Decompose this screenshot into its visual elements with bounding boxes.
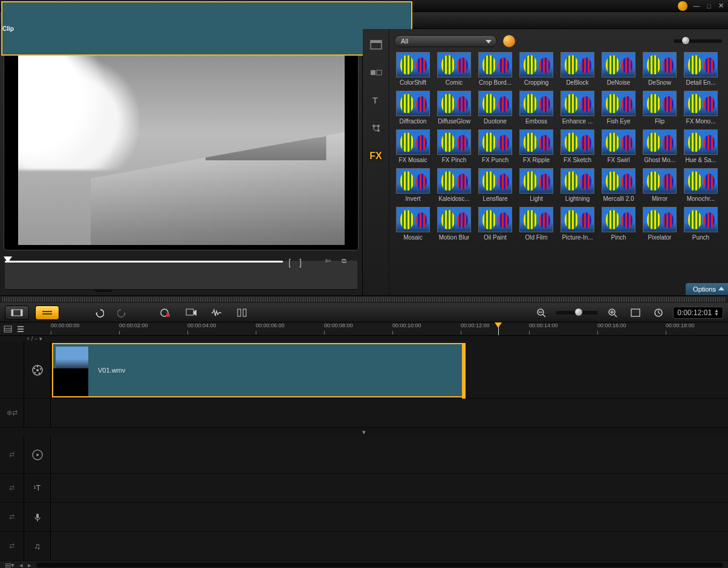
effect-thumb[interactable]: DiffuseGlow <box>435 91 473 125</box>
link-icon[interactable]: ⊕⇄ <box>0 399 24 427</box>
voice-track-body[interactable] <box>51 503 728 531</box>
track-height-toggle[interactable]: + / − ▾ <box>0 336 728 342</box>
effect-thumb[interactable]: Flip <box>641 91 678 125</box>
library-filter-dropdown[interactable]: All <box>394 35 497 47</box>
minimize-button[interactable]: — <box>691 2 701 10</box>
music-track-icon[interactable]: ♫ <box>24 532 51 560</box>
effect-thumb[interactable]: FX Ripple <box>518 129 555 163</box>
close-button[interactable]: ✕ <box>717 2 726 10</box>
effect-thumb[interactable]: Oil Paint <box>476 207 514 241</box>
graphic-tab-icon[interactable] <box>369 121 383 135</box>
timeline-ruler[interactable]: 00:00:00:0000:00:02:0000:00:04:0000:00:0… <box>51 322 728 335</box>
redo-button[interactable] <box>114 306 132 319</box>
fx-tab-icon[interactable]: FX <box>369 149 383 163</box>
effect-thumb[interactable]: FX Pinch <box>435 129 473 163</box>
effect-thumb[interactable]: Enhance ... <box>559 91 596 125</box>
clip-trim-handle[interactable] <box>462 343 466 400</box>
title-tab-icon[interactable]: T <box>369 93 383 108</box>
effect-thumb[interactable]: Hue & Sa... <box>682 129 720 163</box>
effect-thumb[interactable]: Mercalli 2.0 <box>600 168 637 202</box>
chapter-button[interactable] <box>232 307 252 319</box>
storyboard-view-button[interactable] <box>5 305 29 320</box>
scroll-menu-icon[interactable]: ▤▾ <box>5 561 15 569</box>
effect-thumb[interactable]: Motion Blur <box>435 207 473 241</box>
transition-tab-icon[interactable] <box>369 65 383 80</box>
audio-mixer-button[interactable] <box>207 307 226 319</box>
effect-thumb[interactable]: Duotone <box>476 91 514 125</box>
slider-knob-icon[interactable] <box>682 37 689 44</box>
tracklist-toggle-icon[interactable] <box>4 325 12 333</box>
effect-thumb[interactable]: FX Mono... <box>682 91 720 125</box>
effect-thumb[interactable]: ColorShift <box>394 52 432 86</box>
project-duration[interactable]: 0:00:12:01 ▲▼ <box>673 307 723 319</box>
record-button[interactable] <box>156 306 175 319</box>
effect-thumb[interactable]: Light <box>518 168 555 202</box>
panel-grip[interactable] <box>2 297 726 302</box>
split-icon[interactable]: ⧉ <box>342 257 346 265</box>
effect-thumb[interactable]: Picture-In... <box>559 207 596 241</box>
title-track-body[interactable] <box>51 474 728 502</box>
effect-thumb[interactable]: Kaleidosc... <box>435 168 473 202</box>
undo-button[interactable] <box>89 306 108 319</box>
overlay-track-body[interactable] <box>51 436 728 473</box>
effect-thumb[interactable]: Emboss <box>518 91 555 125</box>
scrubber-head-icon[interactable] <box>4 256 12 263</box>
effect-thumb[interactable]: Lensflare <box>476 168 514 202</box>
thumbnail-zoom-slider[interactable] <box>674 39 722 43</box>
effect-thumb[interactable]: FX Mosaic <box>394 129 432 163</box>
effect-thumb[interactable]: Monochr... <box>682 168 720 202</box>
project-duration-icon[interactable] <box>650 307 667 319</box>
effect-thumb[interactable]: Crop Bord... <box>476 52 514 86</box>
effect-thumb[interactable]: Comic <box>435 52 473 86</box>
effect-thumb[interactable]: Mirror <box>641 168 678 202</box>
tracklist-list-icon[interactable] <box>16 325 24 333</box>
duration-spinner[interactable]: ▲▼ <box>714 309 719 316</box>
scroll-right-icon[interactable]: ▸ <box>28 561 31 569</box>
title-track-icon[interactable]: ¹T <box>24 474 51 502</box>
effect-thumb[interactable]: Fish Eye <box>600 91 637 125</box>
timeline-zoom-slider[interactable] <box>556 311 598 315</box>
effect-thumb[interactable]: Ghost Mo... <box>641 129 678 163</box>
effect-thumb[interactable]: DeBlock <box>559 52 596 86</box>
voice-track-icon[interactable] <box>24 503 51 531</box>
library-options-icon[interactable] <box>503 35 515 47</box>
preview-viewer[interactable] <box>4 38 359 250</box>
video-track-body[interactable]: V01.wmv <box>51 342 728 398</box>
media-tab-icon[interactable] <box>369 38 383 52</box>
timeline-clip[interactable]: V01.wmv <box>52 343 463 397</box>
zoom-out-button[interactable] <box>533 307 550 319</box>
title-link-icon[interactable]: ⇄ <box>0 474 24 502</box>
timeline-scrollbar[interactable]: ▤▾ ◂ ▸ <box>0 561 728 568</box>
fit-project-button[interactable] <box>627 307 644 318</box>
voice-link-icon[interactable]: ⇄ <box>0 503 24 531</box>
overlay-link-icon[interactable]: ⇄ <box>0 436 24 473</box>
effect-thumb[interactable]: FX Punch <box>476 129 514 163</box>
music-track-body[interactable] <box>51 532 728 560</box>
effect-thumb[interactable]: Mosaic <box>394 207 432 241</box>
effect-thumb[interactable]: Punch <box>682 207 720 241</box>
cut-icon[interactable]: ✄ <box>325 257 331 265</box>
video-track-icon[interactable] <box>24 342 51 398</box>
effect-thumb[interactable]: Cropping <box>518 52 555 86</box>
effect-thumb[interactable]: FX Sketch <box>559 129 596 163</box>
playhead-icon[interactable] <box>498 322 499 335</box>
effect-thumb[interactable]: Invert <box>394 168 432 202</box>
batch-convert-button[interactable] <box>181 307 201 319</box>
effect-thumb[interactable]: Diffraction <box>394 91 432 125</box>
effect-thumb[interactable]: Detail En... <box>682 52 720 86</box>
music-link-icon[interactable]: ⇄ <box>0 532 24 560</box>
effect-thumb[interactable]: FX Swirl <box>600 129 637 163</box>
effect-thumb[interactable]: Pinch <box>600 207 637 241</box>
zoom-in-button[interactable] <box>604 307 621 319</box>
help-orb-icon[interactable] <box>678 1 687 11</box>
effect-thumb[interactable]: Old Film <box>518 207 555 241</box>
options-panel-button[interactable]: Options <box>686 283 728 295</box>
effect-thumb[interactable]: DeSnow <box>641 52 678 86</box>
timeline-view-button[interactable] <box>35 305 59 320</box>
scroll-left-icon[interactable]: ◂ <box>19 561 23 569</box>
track-expand[interactable]: ▾ <box>0 428 728 436</box>
maximize-button[interactable]: □ <box>705 2 713 10</box>
mark-out-icon[interactable]: ] <box>299 258 302 267</box>
effect-thumb[interactable]: DeNoise <box>600 52 637 86</box>
effect-thumb[interactable]: Lightning <box>559 168 596 202</box>
